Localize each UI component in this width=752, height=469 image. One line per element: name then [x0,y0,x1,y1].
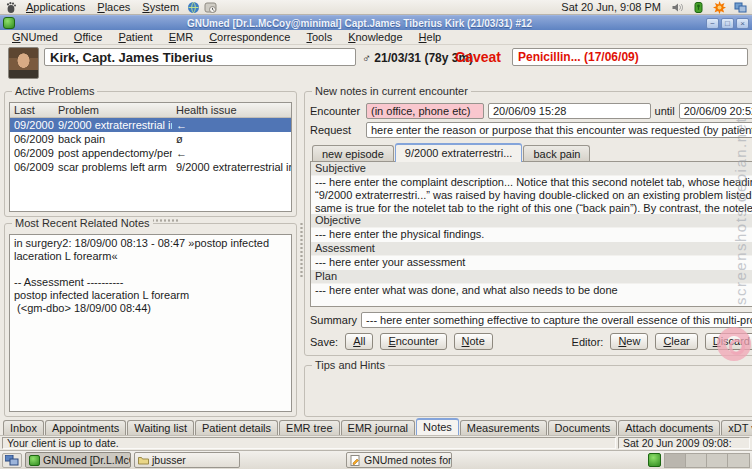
encounter-box: New notes in current encounter Encounter… [304,91,752,356]
col-health-issue[interactable]: Health issue [172,103,291,117]
save-all-button[interactable]: All [345,333,373,350]
editor-clear-button[interactable]: Clear [655,333,697,350]
caveat-field[interactable]: Penicillin... (17/06/09) [512,48,748,66]
menu-tools[interactable]: Tools [298,31,340,43]
workspace-3[interactable] [707,454,728,467]
tab-patient-details[interactable]: Patient details [195,420,278,435]
editor-label: Editor: [572,336,604,348]
assessment-input[interactable]: --- here enter your assessment [311,256,752,270]
volume-icon[interactable] [671,1,684,14]
tips-title: Tips and Hints [312,359,388,371]
cell-problem: back pain [54,133,172,145]
tab-measurements[interactable]: Measurements [460,420,547,435]
system-menu[interactable]: System [136,1,185,13]
window-title: GNUmed [Dr.L.McCoy@minimal] Capt.James T… [15,18,704,29]
objective-header: Objective [311,214,752,228]
tab-xdt-viewer[interactable]: xDT viewer [721,420,752,435]
menu-gnumed[interactable]: GNUmed [4,31,66,43]
active-problems-box: Active Problems Last Problem Health issu… [4,91,297,217]
col-last[interactable]: Last [10,103,54,117]
plan-input[interactable]: --- here enter what was done, and what a… [311,284,752,298]
tab-extraterrestrial[interactable]: 9/2000 extraterrestri... [395,143,523,162]
gnumed-tray-icon[interactable] [648,453,661,467]
places-menu[interactable]: Places [91,1,136,13]
encounter-start-field[interactable]: 20/06/09 15:28 [488,103,651,119]
task-label: jbusser [152,454,186,466]
tab-inbox[interactable]: Inbox [3,420,44,435]
save-encounter-button[interactable]: Encounter [380,333,446,350]
help-launcher-icon[interactable] [204,1,217,14]
window-titlebar[interactable]: GNUmed [Dr.L.McCoy@minimal] Capt.James T… [0,15,752,30]
close-button[interactable]: × [736,18,749,29]
recent-notes-box: Most Recent Related Notes in surgery2: 1… [4,223,297,417]
request-label: Request [310,124,362,136]
caveat-label: Caveat [455,49,501,65]
main-area: Active Problems Last Problem Health issu… [0,81,752,419]
col-problem[interactable]: Problem [54,103,172,117]
editor-discard-button[interactable]: Discard [705,333,752,350]
task-label: GNUmed notes for sc... [364,454,452,466]
patient-photo[interactable] [8,47,39,79]
left-pane: Active Problems Last Problem Health issu… [2,81,298,419]
save-note-button[interactable]: Note [454,333,493,350]
table-row[interactable]: 06/2009 back pain ø [10,132,291,146]
minimize-button[interactable]: − [706,18,719,29]
encounter-type-field[interactable]: (in office, phone etc) [366,103,484,119]
workspace-switcher[interactable] [664,453,750,468]
task-label: GNUmed [Dr.L.McCoy... [43,454,131,466]
cell-problem: post appendectomy/peritonitis [54,147,172,159]
keyring-icon[interactable] [692,1,705,14]
tab-emr-tree[interactable]: EMR tree [279,420,339,435]
tab-waiting-list[interactable]: Waiting list [127,420,194,435]
gnome-panel: Applications Places System Sat 20 Jun, 9… [0,0,752,15]
table-row[interactable]: 09/2000 9/2000 extraterrestrial infectio… [10,118,291,132]
update-notifier-icon[interactable] [713,1,726,14]
tab-emr-journal[interactable]: EMR journal [341,420,416,435]
workspace-4[interactable] [728,454,749,467]
applications-menu[interactable]: Applications [20,1,91,13]
tab-appointments[interactable]: Appointments [45,420,126,435]
gnumed-task-icon [29,455,40,466]
recent-notes-text[interactable]: in surgery2: 18/09/00 08:13 - 08:47 »pos… [9,234,292,412]
objective-input[interactable]: --- here enter the physical findings. [311,228,752,242]
problems-table-header[interactable]: Last Problem Health issue [10,103,291,118]
tab-new-episode[interactable]: new episode [312,145,394,162]
tab-back-pain[interactable]: back pain [523,145,590,162]
episode-tabs: new episode 9/2000 extraterrestri... bac… [310,143,752,162]
cell-problem: scar problems left arm [54,161,172,173]
panel-clock[interactable]: Sat 20 Jun, 9:08 PM [557,1,665,13]
cell-last: 09/2000 [10,119,54,131]
patient-name-field[interactable]: Kirk, Capt. James Tiberius [44,48,356,66]
problems-table[interactable]: Last Problem Health issue 09/2000 9/2000… [9,102,292,212]
taskbar: GNUmed [Dr.L.McCoy... jbusser GNUmed not… [0,450,752,469]
subjective-input[interactable]: --- here enter the complaint description… [311,176,752,214]
remote-screens-icon[interactable] [734,1,747,14]
menu-correspondence[interactable]: Correspondence [201,31,298,43]
browser-launcher-icon[interactable] [187,1,200,14]
menu-office[interactable]: Office [66,31,111,43]
cell-last: 06/2009 [10,161,54,173]
tab-attach-documents[interactable]: Attach documents [618,420,720,435]
workspace-2[interactable] [686,454,707,467]
summary-row: Summary --- here enter something effecti… [310,312,752,328]
workspace-1[interactable] [665,454,686,467]
table-row[interactable]: 06/2009 post appendectomy/peritonitis ← [10,146,291,160]
taskbar-window-jbusser[interactable]: jbusser [134,452,240,468]
encounter-end-field[interactable]: 20/06/09 20:52 [679,103,752,119]
request-field[interactable]: here enter the reason or purpose that th… [366,122,752,138]
menu-knowledge[interactable]: Knowledge [340,31,410,43]
editor-new-button[interactable]: New [610,333,648,350]
taskbar-window-notes-doc[interactable]: GNUmed notes for sc... [346,452,452,468]
menu-help[interactable]: Help [411,31,450,43]
tab-notes[interactable]: Notes [416,418,459,435]
menu-patient[interactable]: Patient [110,31,160,43]
maximize-button[interactable]: □ [721,18,734,29]
gnome-foot-icon[interactable] [5,1,18,14]
table-row[interactable]: 06/2009 scar problems left arm 9/2000 ex… [10,160,291,174]
taskbar-window-gnumed[interactable]: GNUmed [Dr.L.McCoy... [25,452,131,468]
soap-sections: Subjective --- here enter the complaint … [311,162,752,306]
tab-documents[interactable]: Documents [548,420,618,435]
menu-emr[interactable]: EMR [161,31,201,43]
window-list-applet-icon[interactable] [2,453,22,468]
summary-field[interactable]: --- here enter something effective to ca… [361,312,752,328]
